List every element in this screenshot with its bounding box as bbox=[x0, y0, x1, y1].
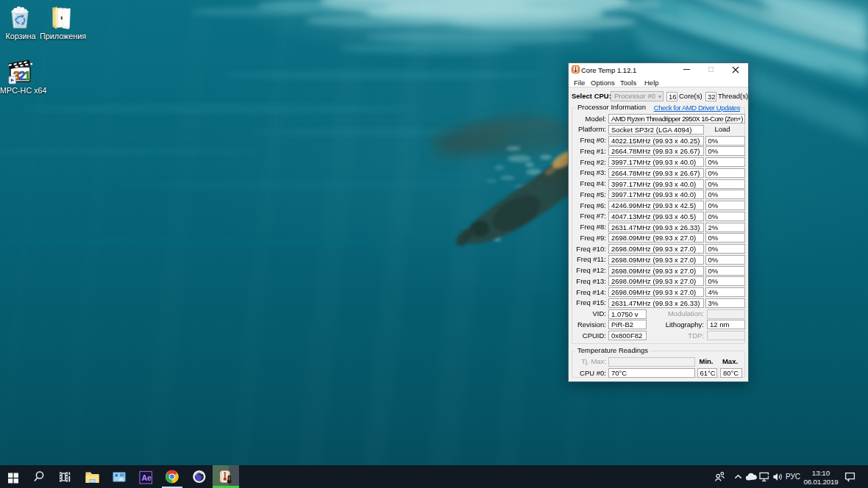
svg-text:Ae: Ae bbox=[141, 473, 152, 482]
svg-text:1: 1 bbox=[24, 70, 31, 82]
